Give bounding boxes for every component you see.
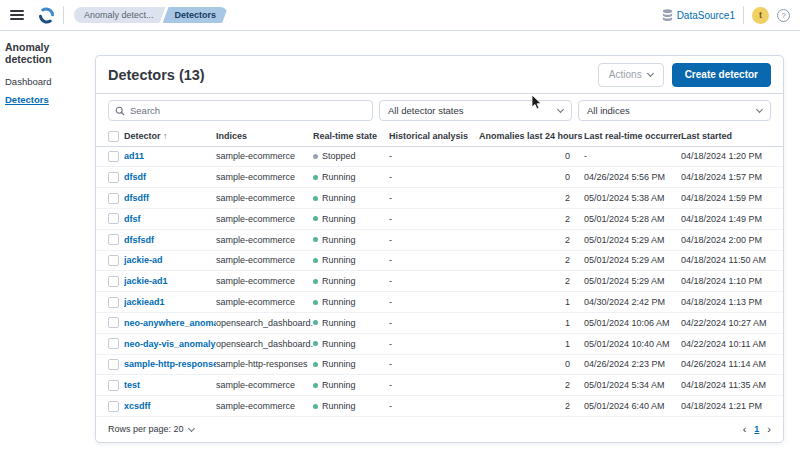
- row-checkbox[interactable]: [108, 234, 119, 245]
- avatar[interactable]: t: [752, 7, 769, 24]
- chevron-down-icon: [188, 425, 195, 432]
- menu-icon[interactable]: [10, 10, 24, 20]
- row-checkbox[interactable]: [108, 172, 119, 183]
- actions-button[interactable]: Actions: [598, 63, 664, 87]
- detector-link[interactable]: test: [124, 380, 216, 390]
- anomalies-cell: 0: [479, 151, 574, 161]
- row-checkbox[interactable]: [108, 193, 119, 204]
- row-checkbox[interactable]: [108, 255, 119, 266]
- rows-per-page-selector[interactable]: Rows per page: 20: [108, 424, 743, 434]
- detectors-panel: Detectors (13) Actions Create detector A…: [95, 55, 784, 443]
- state-badge: Running: [313, 401, 389, 411]
- state-dot: [313, 237, 318, 242]
- indices-select[interactable]: All indices: [578, 100, 771, 121]
- last-started-cell: 04/18/2024 1:21 PM: [681, 401, 771, 411]
- header-divider: [743, 6, 744, 24]
- state-badge: Running: [313, 297, 389, 307]
- table-row: sample-http-response... sample-http-resp…: [96, 355, 783, 376]
- indices-cell: sample-ecommerce: [216, 401, 313, 411]
- state-badge: Running: [313, 255, 389, 265]
- detector-link[interactable]: dfsdff: [124, 193, 216, 203]
- table-row: dfsdf sample-ecommerce Running - 0 04/26…: [96, 167, 783, 188]
- sidebar-item-detectors[interactable]: Detectors: [5, 94, 90, 105]
- prev-page-button[interactable]: ‹: [743, 423, 747, 435]
- row-checkbox[interactable]: [108, 297, 119, 308]
- row-checkbox[interactable]: [108, 380, 119, 391]
- detector-link[interactable]: jackie-ad: [124, 255, 216, 265]
- last-occurrence-cell: 05/01/2024 5:38 AM: [574, 193, 681, 203]
- row-checkbox[interactable]: [108, 213, 119, 224]
- row-checkbox[interactable]: [108, 317, 119, 328]
- breadcrumb-detectors[interactable]: Detectors: [163, 7, 229, 23]
- pagination: ‹ 1 ›: [743, 423, 771, 435]
- state-badge: Stopped: [313, 151, 389, 161]
- column-header-historical[interactable]: Historical analysis: [389, 131, 479, 141]
- historical-cell: -: [389, 235, 479, 245]
- last-started-cell: 04/18/2024 1:13 PM: [681, 297, 771, 307]
- detector-link[interactable]: dfsdf: [124, 172, 216, 182]
- detector-link[interactable]: neo-day-vis_anomaly_...: [124, 339, 216, 349]
- sidebar-item-dashboard[interactable]: Dashboard: [5, 76, 90, 87]
- row-checkbox[interactable]: [108, 151, 119, 162]
- state-dot: [313, 404, 318, 409]
- row-checkbox[interactable]: [108, 276, 119, 287]
- last-started-cell: 04/18/2024 1:20 PM: [681, 151, 771, 161]
- anomalies-cell: 2: [479, 255, 574, 265]
- database-icon: [662, 9, 673, 21]
- anomalies-cell: 2: [479, 235, 574, 245]
- detector-link[interactable]: dfsf: [124, 214, 216, 224]
- row-checkbox[interactable]: [108, 359, 119, 370]
- detector-link[interactable]: jackiead1: [124, 297, 216, 307]
- table-row: jackie-ad sample-ecommerce Running - 2 0…: [96, 251, 783, 272]
- state-badge: Running: [313, 214, 389, 224]
- column-header-last-started[interactable]: Last started: [681, 131, 771, 141]
- anomalies-cell: 2: [479, 401, 574, 411]
- chevron-down-icon: [756, 106, 763, 113]
- state-label: Running: [322, 193, 356, 203]
- breadcrumb-anomaly-detection[interactable]: Anomaly detect...: [74, 7, 166, 23]
- row-checkbox[interactable]: [108, 401, 119, 412]
- row-checkbox[interactable]: [108, 338, 119, 349]
- historical-cell: -: [389, 255, 479, 265]
- indices-cell: sample-ecommerce: [216, 214, 313, 224]
- detector-link[interactable]: sample-http-response...: [124, 359, 216, 369]
- sidebar: Anomaly detection Dashboard Detectors: [0, 31, 95, 112]
- state-dot: [313, 216, 318, 221]
- detector-link[interactable]: jackie-ad1: [124, 276, 216, 286]
- last-started-cell: 04/22/2024 10:11 AM: [681, 339, 771, 349]
- table-row: test sample-ecommerce Running - 2 05/01/…: [96, 375, 783, 396]
- state-badge: Running: [313, 318, 389, 328]
- historical-cell: -: [389, 297, 479, 307]
- column-header-last-occurrence[interactable]: Last real-time occurrence: [574, 131, 681, 141]
- state-label: Running: [322, 235, 356, 245]
- column-header-detector[interactable]: Detector ↑: [124, 131, 216, 141]
- column-header-realtime-state[interactable]: Real-time state: [313, 131, 389, 141]
- state-dot: [313, 341, 318, 346]
- column-header-indices[interactable]: Indices: [216, 131, 313, 141]
- sort-asc-icon: ↑: [163, 131, 168, 141]
- state-dot: [313, 279, 318, 284]
- datasource-selector[interactable]: DataSource1: [662, 9, 735, 21]
- historical-cell: -: [389, 172, 479, 182]
- sidebar-title: Anomaly detection: [5, 41, 90, 65]
- help-icon[interactable]: ?: [777, 9, 790, 22]
- next-page-button[interactable]: ›: [767, 423, 771, 435]
- select-all-checkbox[interactable]: [108, 131, 119, 142]
- column-header-anomalies[interactable]: Anomalies last 24 hours: [479, 131, 574, 141]
- detector-link[interactable]: xcsdff: [124, 401, 216, 411]
- anomalies-cell: 2: [479, 214, 574, 224]
- historical-cell: -: [389, 276, 479, 286]
- last-started-cell: 04/18/2024 1:57 PM: [681, 172, 771, 182]
- indices-cell: opensearch_dashboard...: [216, 339, 313, 349]
- detector-states-select[interactable]: All detector states: [379, 100, 572, 121]
- detector-link[interactable]: ad11: [124, 151, 216, 161]
- detector-link[interactable]: dfsfsdf: [124, 235, 216, 245]
- table-row: dfsdff sample-ecommerce Running - 2 05/0…: [96, 188, 783, 209]
- state-dot: [313, 383, 318, 388]
- search-input[interactable]: [130, 105, 366, 116]
- state-badge: Running: [313, 172, 389, 182]
- page-1-button[interactable]: 1: [754, 424, 759, 434]
- create-detector-button[interactable]: Create detector: [672, 63, 771, 87]
- indices-cell: sample-http-responses: [216, 359, 313, 369]
- detector-link[interactable]: neo-anywhere_anomal...: [124, 318, 216, 328]
